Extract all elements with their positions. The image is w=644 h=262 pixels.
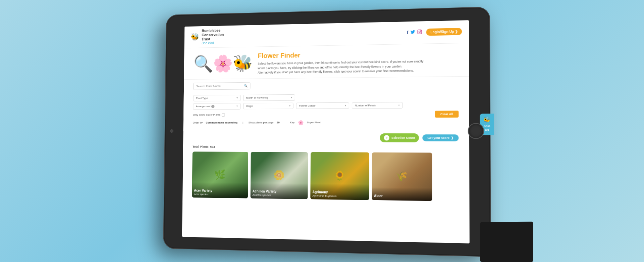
join-us-button[interactable]: 🐝 JoinUs [480, 114, 494, 135]
svg-rect-0 [418, 30, 422, 34]
social-icons: f [407, 30, 422, 36]
clear-all-button[interactable]: Clear All [435, 111, 459, 118]
number-petals-filter[interactable]: Number of Petals ▾ [352, 102, 403, 109]
filter-row-2: Arrangement i ▾ Origin ▾ Flower Colour ▾ [193, 101, 459, 110]
search-placeholder: Search Plant Name [196, 84, 221, 88]
get-score-button[interactable]: Get your score ❯ [423, 134, 459, 141]
hero-title: Flower Finder [258, 49, 459, 59]
chevron-down-icon: ▾ [289, 104, 290, 107]
filter-row-1: Plant Type ▾ Month of Flowering ▾ [193, 93, 459, 101]
per-page-value[interactable]: 20 [277, 121, 280, 124]
search-bar[interactable]: Search Plant Name 🔍 [193, 82, 251, 90]
tablet-device: 🐝 Bumblebee Conservation Trust Bee kind … [163, 7, 491, 257]
separator: | [243, 121, 243, 124]
score-section: 0 Selection Count Get your score ❯ [183, 131, 469, 144]
hero-illustration: 🔍🌸🐝 [194, 54, 253, 74]
hero-text: Flower Finder Select the flowers you hav… [258, 49, 459, 75]
tablet-stand [480, 222, 533, 262]
origin-filter[interactable]: Origin ▾ [243, 103, 293, 110]
count-badge: 0 [384, 135, 389, 140]
logo-tagline: Bee kind [202, 41, 224, 45]
main-content: 🔍🌸🐝 Flower Finder Select the flowers you… [182, 43, 470, 244]
filters-section: Search Plant Name 🔍 Plant Type ▾ Month o… [183, 76, 469, 131]
arrangement-filter[interactable]: Arrangement i ▾ [193, 103, 240, 110]
svg-point-2 [421, 31, 421, 31]
flower-colour-filter[interactable]: Flower Colour ▾ [296, 102, 349, 109]
order-value[interactable]: Common name ascending [206, 121, 237, 124]
logo-text: Bumblebee Conservation Trust Bee kind [202, 28, 224, 45]
plant-label: Alder [372, 187, 432, 201]
month-flowering-filter[interactable]: Month of Flowering ▾ [243, 94, 295, 101]
logo-title: Bumblebee Conservation Trust [202, 28, 224, 42]
chevron-down-icon: ▾ [236, 105, 238, 108]
bee-icon: 🐝 [191, 33, 199, 41]
selection-count-button[interactable]: 0 Selection Count [380, 133, 419, 142]
plant-type-filter[interactable]: Plant Type ▾ [193, 95, 241, 101]
super-plant-icon: 🌸 [298, 120, 304, 125]
chevron-down-icon: ▾ [291, 96, 292, 99]
screen: 🐝 Bumblebee Conservation Trust Bee kind … [182, 20, 470, 244]
logo-area: 🐝 Bumblebee Conservation Trust Bee kind [191, 28, 224, 45]
super-plants-checkbox[interactable] [222, 113, 225, 117]
instagram-icon[interactable] [417, 30, 422, 35]
login-button[interactable]: Login/Sign Up ❯ [426, 28, 462, 36]
info-icon: i [211, 105, 215, 108]
plant-grid: 🌿 Acer Variety Acer species 🌼 Achillea V… [182, 149, 469, 205]
scene: 🐝 Bumblebee Conservation Trust Bee kind … [138, 7, 506, 255]
facebook-icon[interactable]: f [407, 30, 409, 35]
join-bee-icon: 🐝 [483, 117, 490, 124]
plant-label: Achillea Variety Achillea species [251, 183, 308, 199]
hero-description: Select the flowers you have in your gard… [258, 59, 459, 75]
hero-section: 🔍🌸🐝 Flower Finder Select the flowers you… [184, 43, 469, 80]
plant-card[interactable]: 🌼 Achillea Variety Achillea species [251, 152, 308, 199]
plant-card[interactable]: 🌾 Alder [372, 152, 432, 201]
chevron-down-icon: ▾ [236, 96, 238, 99]
twitter-icon[interactable] [411, 30, 415, 35]
order-row: Order by Common name ascending | Show pl… [193, 120, 459, 125]
search-icon: 🔍 [244, 84, 248, 87]
join-us-label: JoinUs [484, 124, 490, 132]
header-right: f Login/Sign Up ❯ [407, 28, 462, 36]
chevron-down-icon: ▾ [398, 104, 399, 107]
chevron-down-icon: ▾ [345, 104, 346, 107]
plant-card[interactable]: 🌻 Agrimony Agrimonia Eupatoria [310, 152, 369, 200]
plant-label: Agrimony Agrimonia Eupatoria [310, 183, 369, 200]
plant-label: Acer Variety Acer species [192, 182, 248, 198]
plant-card[interactable]: 🌿 Acer Variety Acer species [192, 151, 248, 198]
svg-point-1 [419, 31, 421, 33]
super-plants-checkbox-area: Only Show Super Plants [193, 113, 225, 117]
